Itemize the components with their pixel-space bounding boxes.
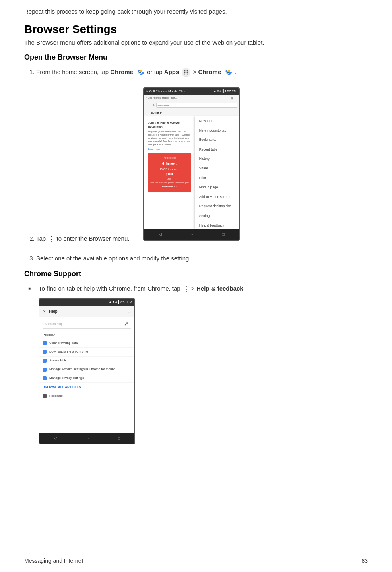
nav-back-button: ◁ [159,231,162,238]
tab-menu-icon: ⋮ [234,96,237,101]
step-1: From the home screen, tap Chrome or tap … [36,67,368,77]
promo-content: Join the iPhone Forever Revolution. Upgr… [146,119,192,193]
step-2-text-before: Tap [36,235,47,242]
phone-mockup-browser: > Cell Phones, Mobile Phon... ▲▼4▐ 4:57 … [143,87,240,241]
nav-recents-button: □ [222,231,225,238]
help-item-icon-1 [43,341,47,345]
phone-main-content: Join the iPhone Forever Revolution. Upgr… [144,116,195,229]
menu-item-print: Print... [195,173,239,183]
promo-banner-price: $100 [150,172,189,177]
tab-label: > Cell Phones, Mobile Phon... [146,96,230,100]
chrome-support-bullet: To find on-tablet help with Chrome, from… [28,284,368,452]
svg-point-2 [184,70,185,72]
promo-banner-data: 10 GB to share. [159,168,179,171]
step-1-greater-than: > [193,68,198,75]
svg-point-4 [187,70,188,72]
menu-item-history: History [195,154,239,164]
svg-point-10 [187,74,188,75]
step-1-chrome-label: Chrome [110,68,133,75]
help-popular-label: Popular [39,331,134,339]
svg-point-9 [186,74,187,75]
status-bar-left: > Cell Phones, Mobile Phon... [146,89,189,94]
promo-banner-lines: 4 lines. [150,160,189,167]
svg-point-6 [186,72,187,73]
desktop-site-checkbox [232,205,235,208]
help-item-label-1: Clear browsing data [49,341,78,346]
help-item-label-2: Download a file on Chrome [49,349,88,355]
browser-settings-desc: The Browser menu offers additional optio… [24,39,368,46]
help-close-button[interactable]: ✕ [43,308,46,315]
phone-status-bar: > Cell Phones, Mobile Phon... ▲▼4▐ 4:57 … [144,88,239,95]
menu-item-settings: Settings [195,211,239,221]
promo-banner-learn: Learn more › [162,185,176,188]
step-1-apps-label: Apps [164,68,179,75]
apps-icon [182,68,190,77]
hamburger-icon: ☰ [146,110,149,115]
help-item-website-settings: Manage website settings in Chrome for mo… [39,365,134,374]
phone-mockup-help: ▲▼4▐ 2:53 PM ✕ Help ⋮ Search help 🎤 [39,298,135,444]
menu-item-recent-tabs: Recent tabs [195,145,239,155]
help-status-right: ▲▼4▐ 2:53 PM [109,300,132,305]
menu-item-desktop-site: Request desktop site [195,202,239,211]
help-item-privacy: Manage privacy settings [39,374,134,383]
chrome-support-section: Chrome Support To find on-tablet help wi… [24,270,368,452]
menu-item-share: Share... [195,164,239,173]
phone-menu-overlay: New tab New incognito tab Bookmarks Rece… [195,116,239,229]
browse-all-articles[interactable]: BROWSE ALL ARTICLES [39,383,134,392]
sprint-label: Sprint ► [151,110,163,115]
help-item-icon-4 [43,368,47,372]
three-dots-icon-2: ⋮ [182,285,190,293]
back-forward-icons: ← → ↻ [146,103,155,107]
address-bar: sprint.com/ [156,103,237,108]
help-item-icon-3 [43,359,47,363]
svg-point-5 [184,72,185,73]
desktop-site-label: Request desktop site [199,204,231,209]
phone-nav-bar: ◁ ○ □ [144,229,239,240]
help-nav-back: ◁ [54,435,57,442]
help-search-bar[interactable]: Search help 🎤 [43,320,131,329]
step-1-chrome-label2: Chrome [198,68,221,75]
status-bar-right: ▲▼4▐ 4:57 PM [213,89,237,94]
menu-item-help: Help & feedback [195,221,239,231]
open-browser-menu-title: Open the Browser Menu [24,53,368,62]
address-row: ← → ↻ sprint.com/ [144,102,239,109]
help-item-label-3: Accessibility [49,358,67,363]
browser-top-bar: > Cell Phones, Mobile Phon... ⊞ ⋮ ← → ↻ … [144,95,239,116]
help-search-placeholder: Search help [45,322,63,327]
help-item-label-5: Manage privacy settings [49,376,84,381]
help-nav-home: ○ [86,435,89,442]
step-1-text-before: From the home screen, tap [36,68,110,75]
tabs-row: > Cell Phones, Mobile Phon... ⊞ ⋮ [144,95,239,102]
feedback-icon [43,394,47,398]
bullet-text-before: To find on-tablet help with Chrome, from… [39,285,182,292]
step-2-text-after: to enter the Browser menu. [57,235,130,242]
promo-link: Learn more [148,147,191,151]
svg-point-3 [186,70,187,72]
menu-item-new-tab: New tab [195,116,239,126]
help-status-bar: ▲▼4▐ 2:53 PM [39,299,134,306]
help-item-clear: Clear browsing data [39,339,134,348]
promo-body: Upgrade your iPhone ANYTIME. It's includ… [148,130,191,146]
svg-point-7 [187,72,188,73]
chrome-support-list: To find on-tablet help with Chrome, from… [28,284,368,452]
page-footer: Messaging and Internet 83 [24,553,368,564]
tab-new-icon: ⊞ [231,96,233,101]
help-toolbar: ✕ Help ⋮ [39,306,134,318]
step-2: Tap ⋮ to enter the Browser menu. > Cell … [36,83,368,248]
svg-point-8 [184,74,185,75]
nav-home-button: ○ [191,231,193,238]
help-item-accessibility: Accessibility [39,357,134,366]
help-item-icon-5 [43,376,47,380]
browser-menu-steps: From the home screen, tap Chrome or tap … [36,67,368,263]
promo-banner-line1: The best dea [162,157,176,159]
promo-header: Join the iPhone Forever Revolution. [148,120,191,129]
footer-left: Messaging and Internet [24,558,83,564]
help-toolbar-menu[interactable]: ⋮ [127,308,131,315]
help-toolbar-title: Help [49,308,124,315]
bullet-text-after: . [245,285,247,292]
help-screenshot: ▲▼4▐ 2:53 PM ✕ Help ⋮ Search help 🎤 [39,298,247,444]
bullet-greater-than: > [191,285,196,292]
phone-content-area: Join the iPhone Forever Revolution. Upgr… [144,116,239,229]
three-dots-icon-1: ⋮ [47,235,55,243]
promo-banner-unit: /mo [167,178,171,180]
